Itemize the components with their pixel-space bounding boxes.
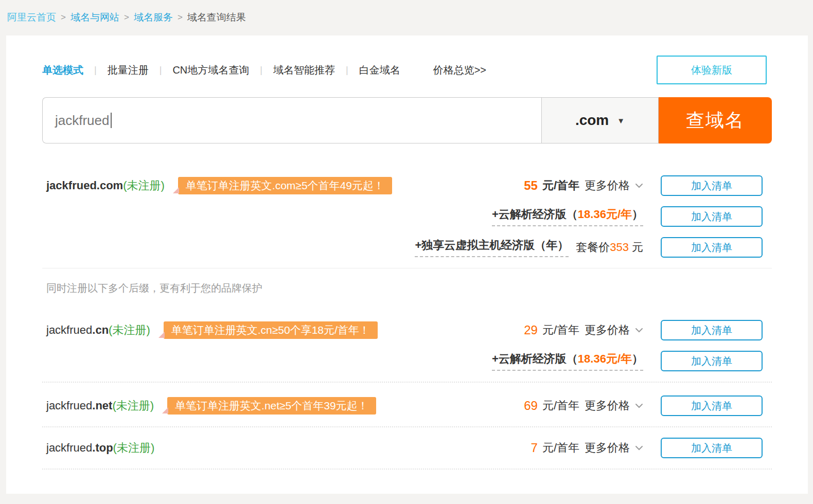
domain-suffix: .net xyxy=(92,399,112,412)
domain-suffix: .top xyxy=(92,441,113,454)
promo-text: 单笔订单注册英文.com≥5个首年49元起！ xyxy=(186,178,384,193)
addon-name-end: ） xyxy=(632,352,643,365)
tld-select-dropdown[interactable]: .com ▼ xyxy=(541,97,659,143)
domain-row-net: jackfrued.net (未注册) 单笔订单注册英文.net≥5个首年39元… xyxy=(42,395,772,416)
add-to-list-button[interactable]: 加入清单 xyxy=(661,206,763,227)
promo-badge: 单笔订单注册英文.net≥5个首年39元起！ xyxy=(167,397,376,415)
chevron-down-icon[interactable] xyxy=(635,445,643,451)
breadcrumb-separator: > xyxy=(124,12,129,23)
add-to-list-button[interactable]: 加入清单 xyxy=(661,237,763,258)
tab-separator: | xyxy=(94,65,97,76)
tab-platinum-domains[interactable]: 白金域名 xyxy=(359,63,400,77)
chevron-down-icon[interactable] xyxy=(635,403,643,408)
add-to-list-button[interactable]: 加入清单 xyxy=(661,320,763,340)
tab-single-mode[interactable]: 单选模式 xyxy=(42,63,83,77)
more-prices-link[interactable]: 更多价格 xyxy=(585,178,630,193)
price-line: 29 元/首年 更多价格 xyxy=(524,322,643,338)
addon-name-end: ） xyxy=(632,208,643,221)
price-value: 7 xyxy=(531,441,538,455)
row-divider xyxy=(42,469,772,470)
domain-row-cn: jackfrued.cn (未注册) 单笔订单注册英文.cn≥50个享18元/首… xyxy=(42,320,772,340)
row-divider xyxy=(42,426,772,427)
text-cursor xyxy=(111,113,112,128)
addon-row-dns: +云解析经济版（18.36元/年） 加入清单 xyxy=(42,351,772,371)
status-unregistered: (未注册) xyxy=(123,178,165,193)
price-unit: 元/首年 xyxy=(542,322,579,338)
addon-name: +云解析经济版（ xyxy=(492,208,578,221)
domain-prefix: jackfrued xyxy=(46,441,92,454)
price-value: 55 xyxy=(524,178,538,193)
search-domain-button[interactable]: 查域名 xyxy=(659,97,772,143)
addon-price: 18.36元/年 xyxy=(578,352,632,365)
price-line: 7 元/首年 更多价格 xyxy=(531,440,643,456)
tld-selected-value: .com xyxy=(575,112,609,129)
more-prices-link[interactable]: 更多价格 xyxy=(585,322,630,338)
package-price-label: 套餐价 xyxy=(576,241,610,254)
breadcrumb-home-link[interactable]: 阿里云首页 xyxy=(7,11,56,24)
ribbon-tail-icon xyxy=(162,407,168,414)
try-new-version-button[interactable]: 体验新版 xyxy=(657,56,767,84)
price-unit: 元/首年 xyxy=(542,178,579,193)
addon-label[interactable]: +独享云虚拟主机经济版（年） xyxy=(415,238,569,257)
status-unregistered: (未注册) xyxy=(112,398,154,413)
addon-row-dns: +云解析经济版（18.36元/年） 加入清单 xyxy=(42,206,772,227)
breadcrumb-domains-sites-link[interactable]: 域名与网站 xyxy=(70,11,119,24)
promo-badge: 单笔订单注册英文.cn≥50个享18元/首年！ xyxy=(164,321,378,339)
addon-label[interactable]: +云解析经济版（18.36元/年） xyxy=(492,207,643,226)
addon-name: +云解析经济版（ xyxy=(492,352,578,365)
breadcrumb-domain-service-link[interactable]: 域名服务 xyxy=(134,11,173,24)
promo-text: 单笔订单注册英文.cn≥50个享18元/首年！ xyxy=(171,323,370,337)
domain-prefix: jackfrued xyxy=(46,323,92,336)
price-overview-link[interactable]: 价格总览>> xyxy=(433,63,486,77)
add-to-list-button[interactable]: 加入清单 xyxy=(661,395,763,416)
add-to-list-button[interactable]: 加入清单 xyxy=(661,438,763,458)
package-price-value: 353 xyxy=(610,241,629,254)
tab-separator: | xyxy=(160,65,162,76)
ribbon-tail-icon xyxy=(158,331,165,338)
tab-separator: | xyxy=(260,65,262,76)
price-line: 55 元/首年 更多价格 xyxy=(524,178,643,193)
search-results: jackfrued.com (未注册) 单笔订单注册英文.com≥5个首年49元… xyxy=(42,175,772,470)
search-input-value: jackfrued xyxy=(55,113,110,129)
addon-price: 18.36元/年 xyxy=(578,208,632,221)
addon-label[interactable]: +云解析经济版（18.36元/年） xyxy=(492,351,643,371)
tab-separator: | xyxy=(346,65,348,76)
breadcrumb: 阿里云首页 > 域名与网站 > 域名服务 > 域名查询结果 xyxy=(0,0,813,24)
domain-name: jackfrued.top xyxy=(46,441,113,455)
addon-name: +独享云虚拟主机经济版（年） xyxy=(415,239,569,251)
more-prices-link[interactable]: 更多价格 xyxy=(585,440,630,456)
domain-row-com: jackfrued.com (未注册) 单笔订单注册英文.com≥5个首年49元… xyxy=(42,175,772,196)
domain-prefix: jackfrued xyxy=(46,399,92,412)
brand-protection-tip: 同时注册以下多个后缀，更有利于您的品牌保护 xyxy=(46,281,772,295)
domain-prefix: jackfrued xyxy=(46,179,97,192)
domain-suffix: .com xyxy=(97,179,123,192)
domain-name: jackfrued.cn xyxy=(46,323,109,337)
add-to-list-button[interactable]: 加入清单 xyxy=(661,351,763,371)
row-divider xyxy=(42,382,772,383)
more-prices-link[interactable]: 更多价格 xyxy=(585,398,630,413)
promo-text: 单笔订单注册英文.net≥5个首年39元起！ xyxy=(175,399,368,413)
section-divider xyxy=(42,268,772,268)
price-unit: 元/首年 xyxy=(542,398,579,413)
breadcrumb-current-page: 域名查询结果 xyxy=(187,11,246,24)
tab-smart-recommend[interactable]: 域名智能推荐 xyxy=(273,63,335,77)
chevron-down-icon[interactable] xyxy=(635,183,643,188)
breadcrumb-separator: > xyxy=(61,12,66,23)
tab-cn-regional-query[interactable]: CN地方域名查询 xyxy=(172,63,249,77)
status-unregistered: (未注册) xyxy=(113,440,155,456)
search-input[interactable]: jackfrued xyxy=(42,97,541,143)
tab-batch-register[interactable]: 批量注册 xyxy=(108,63,149,77)
addon-row-hosting: +独享云虚拟主机经济版（年） 套餐价353元 加入清单 xyxy=(42,237,772,258)
price-unit: 元/首年 xyxy=(542,440,579,456)
domain-search-bar: jackfrued .com ▼ 查域名 xyxy=(42,97,772,143)
domain-row-top: jackfrued.top (未注册) 7 元/首年 更多价格 加入清单 xyxy=(42,438,772,458)
add-to-list-button[interactable]: 加入清单 xyxy=(661,175,763,196)
package-price-unit: 元 xyxy=(632,241,643,254)
price-value: 69 xyxy=(524,399,538,413)
price-value: 29 xyxy=(524,323,538,337)
domain-search-card: 单选模式 | 批量注册 | CN地方域名查询 | 域名智能推荐 | 白金域名 价… xyxy=(6,35,808,494)
chevron-down-icon[interactable] xyxy=(635,328,643,333)
package-price: 套餐价353元 xyxy=(576,240,643,255)
status-unregistered: (未注册) xyxy=(109,322,150,338)
promo-badge: 单笔订单注册英文.com≥5个首年49元起！ xyxy=(178,177,392,194)
